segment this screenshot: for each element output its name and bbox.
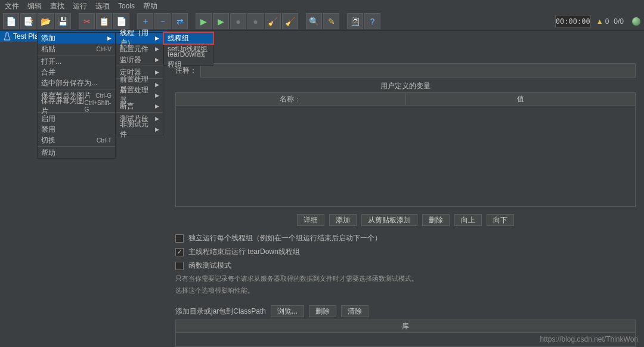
up-button[interactable]: 向上 [454, 214, 482, 226]
flask-icon [4, 32, 11, 41]
context-menu-item[interactable]: 添加▶ [38, 33, 115, 44]
checkbox-serial-threadgroups[interactable] [175, 234, 184, 243]
classpath-label: 添加目录或jar包到ClassPath [175, 306, 266, 317]
down-button[interactable]: 向下 [487, 214, 514, 226]
clear-button[interactable]: 清除 [341, 305, 369, 317]
chevron-right-icon: ▶ [155, 126, 159, 132]
vars-button-row: 详细 添加 从剪贴板添加 删除 向上 向下 [167, 214, 644, 226]
content-panel: 注释： 用户定义的变量 名称： 值 详细 添加 从剪贴板添加 删除 向上 向下 … [167, 31, 644, 347]
help-icon[interactable]: ? [364, 13, 380, 29]
browse-button[interactable]: 浏览... [271, 305, 304, 317]
function-helper-icon[interactable]: 📓 [347, 13, 363, 29]
note-text-1: 只有当你需要记录每个请求从服务器取得的数据到文件时才需要选择函数测试模式。 [175, 274, 636, 283]
start-no-timers-icon[interactable]: ▶ [213, 13, 229, 29]
context-menu-item[interactable]: 粘贴Ctrl-V [38, 44, 115, 54]
reset-search-icon[interactable]: ✎ [323, 13, 339, 29]
status-counters: ▲ 0 0/0 [595, 17, 640, 26]
vars-table-header: 名称： 值 [175, 92, 636, 106]
submenu-item[interactable]: 线程（用户）▶ [116, 33, 163, 44]
toolbar: 📄📑📂💾✂📋📄＋－⇄▶▶●●🧹🧹🔍✎📓? 00:00:00 ▲ 0 0/0 [0, 12, 644, 31]
vars-table-body[interactable] [175, 106, 636, 207]
col-value: 值 [406, 93, 636, 105]
warn-count: 0 [605, 17, 609, 26]
active-count: 0/0 [614, 17, 624, 26]
chevron-right-icon: ▶ [155, 92, 159, 98]
search-icon[interactable]: 🔍 [306, 13, 322, 29]
menu-help[interactable]: 帮助 [143, 1, 157, 11]
status-indicator-icon [632, 17, 640, 26]
chevron-right-icon: ▶ [155, 57, 159, 63]
chevron-right-icon: ▶ [155, 116, 159, 122]
context-menu: 添加▶粘贴Ctrl-V打开...合并选中部分保存为...保存节点为图片Ctrl-… [37, 32, 116, 159]
context-menu-item[interactable]: 打开... [38, 56, 115, 67]
copy-icon[interactable]: 📋 [96, 13, 112, 29]
add-from-clipboard-button[interactable]: 从剪贴板添加 [361, 214, 417, 226]
cut-icon[interactable]: ✂ [79, 13, 95, 29]
submenu-item[interactable]: 配置元件▶ [116, 44, 163, 54]
templates-icon[interactable]: 📑 [20, 13, 36, 29]
checkbox-functional-mode[interactable] [175, 262, 184, 270]
delete-classpath-button[interactable]: 删除 [309, 305, 336, 317]
toggle-icon[interactable]: ⇄ [172, 13, 188, 29]
submenu-item[interactable]: 非测试元件▶ [116, 124, 163, 135]
submenu-thread-item[interactable]: tearDown线程组 [164, 54, 213, 65]
context-menu-item[interactable]: 禁用 [38, 124, 115, 135]
submenu-item[interactable]: 监听器▶ [116, 54, 163, 65]
submenu-thread-item[interactable]: 线程组 [164, 33, 213, 44]
chevron-right-icon: ▶ [155, 35, 159, 41]
checkbox-teardown[interactable]: ✓ [175, 248, 184, 256]
chevron-right-icon: ▶ [107, 35, 112, 41]
note-text-2: 选择这个选项很影响性能。 [175, 286, 636, 295]
submenu-item[interactable]: 后置处理器▶ [116, 90, 163, 101]
chevron-right-icon: ▶ [155, 69, 159, 75]
context-menu-item[interactable]: 选中部分保存为... [38, 78, 115, 88]
shutdown-icon[interactable]: ● [247, 13, 264, 29]
menu-tools[interactable]: Tools [118, 2, 135, 10]
check-label-2: 主线程结束后运行 tearDown线程组 [188, 247, 300, 257]
watermark: https://blog.csdn.net/ThinkWon [540, 335, 638, 343]
col-name: 名称： [176, 93, 406, 105]
comment-input[interactable] [200, 63, 636, 78]
menu-edit[interactable]: 编辑 [27, 1, 42, 11]
elapsed-time: 00:00:00 [555, 15, 591, 28]
context-menu-item[interactable]: 帮助 [38, 147, 115, 158]
menu-run[interactable]: 运行 [73, 1, 87, 11]
vars-title: 用户定义的变量 [167, 81, 644, 91]
lib-header: 库 [175, 320, 636, 333]
add-button[interactable]: 添加 [329, 214, 357, 226]
chevron-right-icon: ▶ [155, 103, 159, 109]
detail-button[interactable]: 详细 [297, 214, 324, 226]
collapse-icon[interactable]: － [154, 13, 171, 29]
chevron-right-icon: ▶ [155, 46, 159, 52]
open-icon[interactable]: 📂 [38, 13, 54, 29]
save-icon[interactable]: 💾 [55, 13, 71, 29]
chevron-right-icon: ▶ [155, 82, 159, 88]
menubar: 文件 编辑 查找 运行 选项 Tools 帮助 [0, 0, 644, 12]
menu-file[interactable]: 文件 [5, 1, 19, 11]
context-menu-item[interactable]: 合并 [38, 67, 115, 78]
expand-icon[interactable]: ＋ [137, 13, 153, 29]
new-file-icon[interactable]: 📄 [3, 13, 19, 29]
submenu-threads: 线程组setUp线程组tearDown线程组 [163, 32, 213, 66]
stop-icon[interactable]: ● [230, 13, 246, 29]
clear-all-icon[interactable]: 🧹 [282, 13, 298, 29]
clear-icon[interactable]: 🧹 [265, 13, 281, 29]
context-menu-item[interactable]: 保存屏幕为图片Ctrl+Shift-G [38, 101, 115, 111]
warning-icon: ▲ [596, 17, 603, 26]
context-menu-item[interactable]: 切换Ctrl-T [38, 135, 115, 145]
menu-find[interactable]: 查找 [50, 1, 64, 11]
delete-button[interactable]: 删除 [422, 214, 450, 226]
check-label-3: 函数测试模式 [188, 261, 231, 271]
submenu-add: 线程（用户）▶配置元件▶监听器▶定时器▶前置处理器▶后置处理器▶断言▶测试片段▶… [116, 32, 163, 135]
menu-options[interactable]: 选项 [95, 1, 110, 11]
check-label-1: 独立运行每个线程组（例如在一个组运行结束后启动下一个） [188, 233, 382, 243]
paste-icon[interactable]: 📄 [113, 13, 129, 29]
start-icon[interactable]: ▶ [196, 13, 212, 29]
